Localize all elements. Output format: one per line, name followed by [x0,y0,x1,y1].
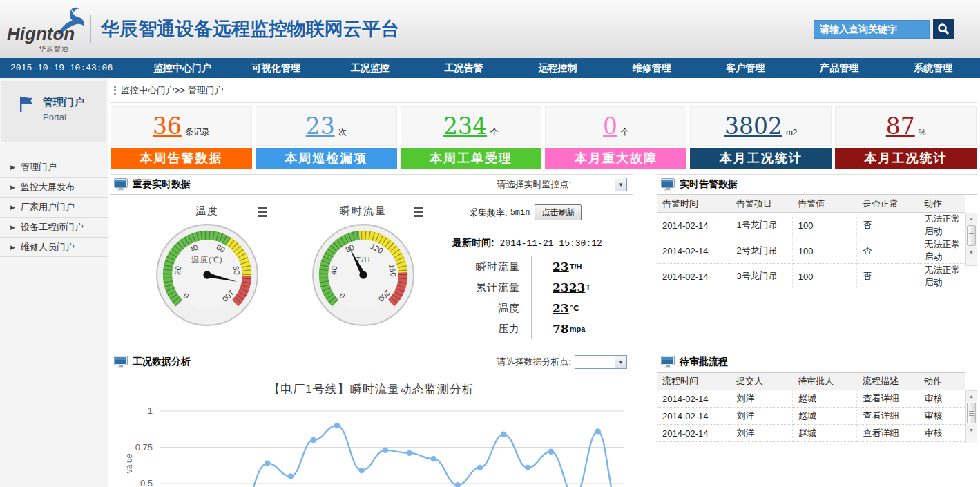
nav-item-customer[interactable]: 客户管理 [698,58,792,78]
main-content: 监控中心门户>> 管理门户 36条记录 本周告警数据 23次 本周巡检漏项 23… [108,78,980,487]
stat-card-monthly-faults: 0个 本月重大故障 [545,106,686,169]
nav-item-remote-control[interactable]: 远程控制 [511,58,605,78]
breadcrumb-text: 监控中心门户>> 管理门户 [121,84,224,97]
action-cell[interactable]: 无法正常启动 [919,213,965,238]
stat-value[interactable]: 36 [153,113,182,140]
stat-unit: m2 [786,128,798,137]
sidebar: 管理门户 Portal ▶管理门户 ▶监控大屏发布 ▶厂家用户门户 ▶设备工程师… [0,78,108,487]
condition-analysis-panel: 工况数据分析 请选择数据分析点: ▼ 【电厂1号线】瞬时流量动态监测分析 10.… [110,352,633,487]
action-cell[interactable]: 无法正常启动 [919,264,965,289]
y-axis-label: value [124,454,134,474]
table-scrollbar[interactable]: ▲ ▼ [965,390,977,443]
gauge-title: 温度 [195,204,219,216]
nav-item-system[interactable]: 系统管理 [886,58,980,78]
stat-banner[interactable]: 本周告警数据 [111,148,252,169]
gauge-menu-icon[interactable] [258,207,267,217]
stat-banner[interactable]: 本周巡检漏项 [256,148,397,169]
reading-value[interactable]: 23 [553,301,569,315]
search-input[interactable] [814,20,930,39]
stat-banner[interactable]: 本月工况统计 [835,148,977,169]
triangle-right-icon: ▶ [10,157,15,177]
triangle-right-icon: ▶ [10,178,15,197]
sidebar-item-repair-portal[interactable]: ▶维修人员门户 [0,237,108,257]
action-cell[interactable]: 无法正常启动 [919,238,965,264]
alarms-table: 告警时间 告警项目 告警值 是否正常 动作 2014-02-141号龙门吊100… [657,195,977,289]
gauge-title: 瞬时流量 [340,204,387,216]
stat-banner[interactable]: 本月重大故障 [545,148,686,169]
gauge-menu-icon[interactable] [414,207,423,217]
table-cell: 3号龙门吊 [731,264,792,289]
chevron-down-icon[interactable]: ▼ [615,178,626,191]
table-cell: 赵城 [792,425,857,442]
table-cell: 刘洋 [731,390,792,408]
flow-line-chart: 10.750.5 value [110,399,633,487]
nav-item-product[interactable]: 产品管理 [792,58,886,78]
scroll-up-icon[interactable]: ▲ [966,213,977,224]
column-header: 告警值 [792,195,857,213]
reading-unit: mpa [570,325,586,333]
table-scrollbar[interactable]: ▲ ▼ [965,213,977,266]
breadcrumb-icon [114,86,116,95]
latest-time-label: 最新时间: [452,237,494,248]
chevron-down-icon[interactable]: ▼ [615,356,626,368]
svg-text:80: 80 [232,265,242,275]
scroll-down-icon[interactable]: ▼ [966,425,977,435]
table-cell: 2014-02-14 [657,213,731,238]
portal-header: 管理门户 Portal [1,81,106,142]
table-cell: 2014-02-14 [657,264,731,289]
reading-value[interactable]: 23 [553,260,569,274]
scrollbar-thumb[interactable] [967,403,976,423]
stat-value[interactable]: 234 [443,113,487,140]
chart-point [407,450,412,456]
analysis-point-select[interactable]: ▼ [575,355,627,369]
scrollbar-thumb[interactable] [967,225,976,246]
nav-item-condition-monitor[interactable]: 工况监控 [323,58,417,78]
scroll-down-icon[interactable]: ▼ [966,247,977,258]
stat-banner[interactable]: 本月工况统计 [690,148,832,169]
chart-point [501,431,506,437]
chart-point [455,482,461,487]
table-cell: 2014-02-14 [657,238,731,264]
svg-text:40: 40 [329,265,339,275]
stat-value[interactable]: 87 [886,113,915,140]
action-cell[interactable]: 审核 [919,425,965,442]
column-header: 告警项目 [731,195,792,213]
sidebar-item-engineer-portal[interactable]: ▶设备工程师门户 [0,217,108,237]
stat-banner[interactable]: 本周工单受理 [401,148,542,169]
reading-value[interactable]: 2323 [553,280,585,294]
column-header: 流程时间 [657,373,731,390]
refresh-button[interactable]: 点击刷新 [535,204,582,220]
monitor-point-select[interactable]: ▼ [575,178,627,191]
header: Hignton 华辰智通 华辰智通设备远程监控物联网云平台 [0,0,980,58]
stat-unit: % [919,128,926,137]
breadcrumb: 监控中心门户>> 管理门户 [110,78,977,103]
freq-label: 采集频率: [469,207,508,219]
nav-item-maintenance[interactable]: 维修管理 [604,58,698,78]
action-cell[interactable]: 审核 [919,390,965,408]
sidebar-item-admin-portal[interactable]: ▶管理门户 [0,157,108,177]
stat-value[interactable]: 0 [603,113,617,140]
monitor-icon [114,356,128,368]
reading-row-total-flow: 累计流量 2323T [451,277,629,298]
reading-value[interactable]: 78 [553,322,569,336]
nav-item-condition-alarm[interactable]: 工况告警 [417,58,511,78]
nav-item-visualization[interactable]: 可视化管理 [229,58,323,78]
search-button[interactable] [933,19,954,39]
stat-card-monthly-condition-area: 3802m2 本月工况统计 [690,106,832,169]
logo-subtitle: 华辰智通 [39,44,69,54]
nav-item-monitor-center[interactable]: 监控中心门户 [135,58,229,78]
stat-value[interactable]: 23 [306,113,335,140]
reading-unit: T/H [570,262,582,271]
reading-row-temperature: 温度 23℃ [451,298,629,318]
chart-point [431,456,436,461]
stat-unit: 条记录 [185,126,210,138]
scroll-up-icon[interactable]: ▲ [966,391,977,401]
action-cell[interactable]: 审核 [919,408,965,425]
sidebar-item-vendor-portal[interactable]: ▶厂家用户门户 [0,197,108,217]
table-cell: 2014-02-14 [657,390,731,408]
flow-gauge: 0 40 80 120 160 200 T/H [310,221,416,329]
sidebar-item-big-screen[interactable]: ▶监控大屏发布 [0,177,108,197]
reading-row-flow: 瞬时流量 23T/H [451,256,629,277]
stat-value[interactable]: 3802 [724,113,782,140]
stats-row: 36条记录 本周告警数据 23次 本周巡检漏项 234个 本周工单受理 0个 本… [111,106,977,169]
